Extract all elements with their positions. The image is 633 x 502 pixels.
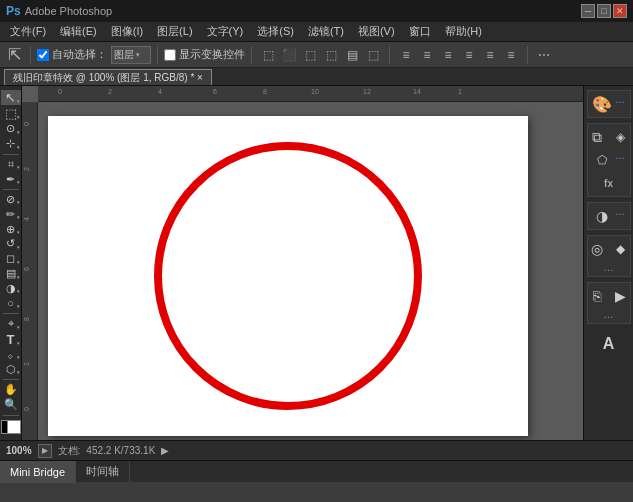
align-bottom-icon[interactable]: ⬚ [363,45,383,65]
auto-select-check[interactable]: 自动选择： [37,47,107,62]
clone-btn[interactable]: ⊕ ▾ [1,222,21,236]
adj-dots[interactable]: … [614,205,626,227]
doc-size-arrow[interactable]: ▶ [161,445,169,456]
menu-help[interactable]: 帮助(H) [439,22,488,41]
gradient-btn[interactable]: ▤ ▾ [1,267,21,281]
healing-btn[interactable]: ⊘ ▾ [1,193,21,207]
menu-filter[interactable]: 滤镜(T) [302,22,350,41]
align-icons: ⬚ ⬛ ⬚ ⬚ ▤ ⬚ [258,45,383,65]
lasso-btn[interactable]: ⊙ ▾ [1,122,21,136]
history-dots[interactable]: … [603,308,615,321]
move-tool-icon[interactable]: ⇱ [4,45,24,65]
character-panel-icon[interactable]: A [598,333,620,355]
dist-center-icon[interactable]: ≡ [417,45,437,65]
show-transform-check[interactable]: 显示变换控件 [164,47,245,62]
actions-icon[interactable]: ▶ [609,285,631,307]
blur-btn[interactable]: ◑ ▾ [1,282,21,296]
distribute-icons: ≡ ≡ ≡ ≡ ≡ ≡ [396,45,521,65]
fx-label[interactable]: fx [598,172,620,194]
show-transform-checkbox[interactable] [164,49,176,61]
main-area: ↖ ▾ ⬚ ▾ ⊙ ▾ ⊹ ▾ ⌗ ▾ ✒ ▾ ⊘ ▾ ✏ [0,86,633,440]
menu-select[interactable]: 选择(S) [251,22,300,41]
options-bar: ⇱ 自动选择： 图层 ▾ 显示变换控件 ⬚ ⬛ ⬚ ⬚ ▤ ⬚ ≡ ≡ ≡ ≡ … [0,42,633,68]
sep1 [30,46,31,64]
bottom-tabs: Mini Bridge 时间轴 [0,460,633,482]
adjustments-panel-group: ◑ … [587,202,631,230]
3d-icon[interactable]: ◆ [609,238,631,260]
color-panel-dots[interactable]: … [614,93,626,115]
color-panel-group: 🎨 … [587,90,631,118]
foreground-color[interactable] [1,420,21,434]
menu-text[interactable]: 文字(Y) [201,22,250,41]
brush-btn[interactable]: ✏ ▾ [1,207,21,221]
path-btn[interactable]: ⬦ ▾ [1,348,21,362]
adjustments-icon[interactable]: ◑ [591,205,613,227]
eraser-btn[interactable]: ◻ ▾ [1,252,21,266]
dodge-btn[interactable]: ○ ▾ [1,296,21,310]
move-tool-btn[interactable]: ↖ ▾ [1,90,21,105]
crop-btn[interactable]: ⌗ ▾ [1,157,21,171]
dist-top-icon[interactable]: ≡ [459,45,479,65]
minimize-button[interactable]: ─ [581,4,595,18]
menu-layer[interactable]: 图层(L) [151,22,198,41]
right-panel: 🎨 … ⧉ ◈ ⬠ … fx ◑ … ◎ [583,86,633,440]
styles-dots[interactable]: … [603,261,615,274]
align-top-icon[interactable]: ⬚ [321,45,341,65]
auto-select-checkbox[interactable] [37,49,49,61]
canvas-svg [48,116,528,436]
svg-rect-0 [48,116,528,436]
shape-btn[interactable]: ⬡ ▾ [1,362,21,376]
quick-select-btn[interactable]: ⊹ ▾ [1,137,21,151]
menu-image[interactable]: 图像(I) [105,22,149,41]
history-icon[interactable]: ⎘ [586,285,608,307]
eyedropper-btn[interactable]: ✒ ▾ [1,172,21,186]
text-btn[interactable]: T ▾ [1,332,21,347]
tool-sep2 [3,189,19,190]
dist-bottom-icon[interactable]: ≡ [501,45,521,65]
align-center-icon[interactable]: ⬛ [279,45,299,65]
tool-sep5 [3,415,19,416]
rectangular-marquee-btn[interactable]: ⬚ ▾ [1,106,21,121]
menu-window[interactable]: 窗口 [403,22,437,41]
tab-bar: 残旧印章特效 @ 100% (图层 1, RGB/8) * × [0,68,633,86]
status-icon[interactable]: ▶ [38,444,52,458]
timeline-tab[interactable]: 时间轴 [76,461,130,483]
mini-bridge-tab[interactable]: Mini Bridge [0,461,76,483]
color-panel-row: 🎨 … [591,93,626,115]
styles-icon[interactable]: ◎ [586,238,608,260]
pen-btn[interactable]: ⌖ ▾ [1,317,21,331]
layers-icon[interactable]: ⧉ [586,126,608,148]
align-right-icon[interactable]: ⬚ [300,45,320,65]
menu-view[interactable]: 视图(V) [352,22,401,41]
color-wheel-icon[interactable]: 🎨 [591,93,613,115]
extra-options-icon[interactable]: ⋯ [534,45,554,65]
tool-sep3 [3,313,19,314]
styles-panel-group: ◎ ◆ … [587,235,631,277]
layers-dots[interactable]: … [614,149,626,171]
history-panel-group: ⎘ ▶ … [587,282,631,324]
zoom-btn[interactable]: 🔍 [1,398,21,412]
dist-middle-icon[interactable]: ≡ [480,45,500,65]
window-controls: ─ □ ✕ [581,4,627,18]
doc-tab[interactable]: 残旧印章特效 @ 100% (图层 1, RGB/8) * × [4,69,212,85]
dist-left-icon[interactable]: ≡ [396,45,416,65]
canvas-area[interactable]: 0 2 4 6 8 10 12 14 1 0 2 4 6 8 1 0 [22,86,583,440]
left-toolbar: ↖ ▾ ⬚ ▾ ⊙ ▾ ⊹ ▾ ⌗ ▾ ✒ ▾ ⊘ ▾ ✏ [0,86,22,440]
hand-btn[interactable]: ✋ [1,383,21,397]
align-middle-icon[interactable]: ▤ [342,45,362,65]
paths-icon[interactable]: ⬠ [591,149,613,171]
dropdown-arrow: ▾ [136,51,140,59]
dist-right-icon[interactable]: ≡ [438,45,458,65]
align-left-icon[interactable]: ⬚ [258,45,278,65]
close-button[interactable]: ✕ [613,4,627,18]
layers-panel-group: ⧉ ◈ ⬠ … fx [587,123,631,197]
layer-dropdown[interactable]: 图层 ▾ [111,46,151,64]
title-bar: Ps Adobe Photoshop ─ □ ✕ [0,0,633,22]
tool-sep4 [3,379,19,380]
channels-icon[interactable]: ◈ [609,126,631,148]
maximize-button[interactable]: □ [597,4,611,18]
sep5 [527,46,528,64]
history-btn[interactable]: ↺ ▾ [1,237,21,251]
menu-file[interactable]: 文件(F) [4,22,52,41]
menu-edit[interactable]: 编辑(E) [54,22,103,41]
